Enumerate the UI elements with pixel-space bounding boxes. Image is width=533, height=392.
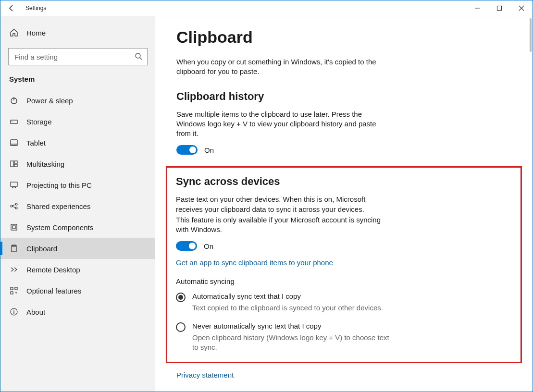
sync-desc-2: This feature is only available if your M… (176, 215, 383, 235)
svg-point-15 (15, 203, 17, 205)
back-button[interactable] (0, 0, 23, 16)
clipboard-history-toggle-label: On (204, 146, 214, 154)
sidebar-item-storage[interactable]: Storage (0, 111, 155, 132)
radio-auto-sync[interactable]: Automatically sync text that I copy Text… (176, 292, 397, 313)
minimize-button[interactable] (466, 0, 488, 16)
sidebar-item-label: Optional features (26, 287, 81, 295)
page-intro: When you copy or cut something in Window… (176, 57, 383, 77)
svg-point-14 (11, 205, 12, 207)
sidebar-item-label: Clipboard (26, 245, 57, 253)
sidebar-item-label: Power & sleep (26, 97, 73, 105)
search-icon (135, 52, 142, 61)
sidebar-item-label: Remote Desktop (26, 266, 80, 274)
svg-rect-10 (11, 161, 13, 167)
svg-line-17 (12, 205, 15, 206)
sidebar: Home System Power & sleep Storage (0, 16, 155, 392)
close-icon (519, 5, 524, 11)
svg-line-18 (12, 207, 15, 208)
sync-toggle[interactable] (176, 241, 197, 251)
svg-point-7 (12, 122, 12, 122)
sidebar-item-projecting[interactable]: Projecting to this PC (0, 174, 155, 196)
svg-rect-19 (11, 224, 17, 230)
maximize-button[interactable] (488, 0, 510, 16)
search-input[interactable] (13, 52, 135, 61)
features-icon (9, 286, 19, 295)
svg-rect-23 (11, 287, 13, 290)
scrollbar[interactable] (530, 18, 532, 52)
sidebar-item-about[interactable]: About (0, 301, 155, 322)
maximize-icon (496, 5, 502, 11)
sidebar-item-label: Tablet (26, 139, 46, 147)
svg-point-2 (136, 53, 140, 58)
radio-button[interactable] (176, 322, 186, 332)
svg-rect-25 (15, 287, 17, 290)
sidebar-item-power-sleep[interactable]: Power & sleep (0, 90, 155, 111)
sidebar-section-heading: System (0, 72, 155, 90)
home-icon (9, 28, 19, 37)
sidebar-item-optional-features[interactable]: Optional features (0, 280, 155, 301)
sidebar-item-remote-desktop[interactable]: Remote Desktop (0, 259, 155, 280)
home-label: Home (26, 29, 46, 37)
shared-icon (9, 202, 19, 210)
sync-section-highlight: Sync across devices Paste text on your o… (166, 166, 522, 363)
page-title: Clipboard (176, 28, 511, 47)
svg-rect-8 (11, 140, 17, 146)
svg-line-3 (140, 58, 142, 60)
tablet-icon (9, 138, 19, 147)
sync-app-link[interactable]: Get an app to sync clipboard items to yo… (176, 258, 333, 267)
storage-icon (9, 117, 19, 126)
svg-point-16 (15, 207, 17, 209)
main-content: Clipboard When you copy or cut something… (155, 16, 533, 392)
svg-rect-11 (14, 161, 17, 163)
clipboard-history-toggle[interactable] (176, 145, 198, 155)
sync-desc-1: Paste text on your other devices. When t… (176, 195, 383, 214)
arrow-left-icon (8, 4, 15, 12)
projecting-icon (9, 181, 19, 189)
svg-point-28 (13, 310, 14, 311)
svg-rect-24 (11, 292, 13, 294)
svg-rect-20 (12, 226, 15, 229)
radio-desc: Open clipboard history (Windows logo key… (192, 333, 397, 353)
sidebar-item-tablet[interactable]: Tablet (0, 132, 155, 153)
sidebar-item-label: About (26, 308, 45, 316)
power-icon (9, 96, 19, 105)
sidebar-item-label: Projecting to this PC (26, 181, 92, 189)
sidebar-item-label: Shared experiences (26, 202, 90, 210)
minimize-icon (474, 5, 480, 11)
remote-icon (9, 265, 19, 274)
radio-desc: Text copied to the clipboard is synced t… (192, 303, 383, 313)
clipboard-icon (9, 244, 19, 253)
sidebar-item-multitasking[interactable]: Multitasking (0, 153, 155, 174)
clipboard-history-desc: Save multiple items to the clipboard to … (176, 110, 383, 139)
privacy-link[interactable]: Privacy statement (176, 371, 234, 379)
radio-button[interactable] (176, 293, 186, 302)
radio-never-sync[interactable]: Never automatically sync text that I cop… (176, 322, 397, 353)
window-title: Settings (23, 5, 46, 12)
search-box[interactable] (8, 48, 148, 65)
sidebar-item-shared-experiences[interactable]: Shared experiences (0, 196, 155, 217)
auto-sync-heading: Automatic syncing (176, 277, 512, 285)
radio-label: Never automatically sync text that I cop… (192, 322, 397, 330)
sidebar-item-system-components[interactable]: System Components (0, 217, 155, 238)
clipboard-history-heading: Clipboard history (176, 90, 511, 103)
sync-heading: Sync across devices (176, 175, 512, 188)
svg-rect-13 (11, 182, 17, 186)
sidebar-item-label: System Components (26, 223, 93, 232)
sync-toggle-label: On (204, 242, 213, 250)
sidebar-home[interactable]: Home (0, 22, 155, 43)
sidebar-item-label: Storage (26, 118, 52, 126)
sidebar-item-clipboard[interactable]: Clipboard (0, 238, 155, 259)
sidebar-item-label: Multitasking (26, 160, 64, 168)
svg-rect-6 (11, 120, 17, 123)
svg-rect-1 (497, 6, 502, 11)
radio-label: Automatically sync text that I copy (192, 292, 383, 300)
svg-rect-12 (14, 164, 17, 167)
components-icon (9, 223, 19, 232)
multitasking-icon (9, 159, 19, 168)
close-button[interactable] (510, 0, 533, 16)
info-icon (9, 307, 19, 316)
title-bar: Settings (0, 0, 533, 16)
